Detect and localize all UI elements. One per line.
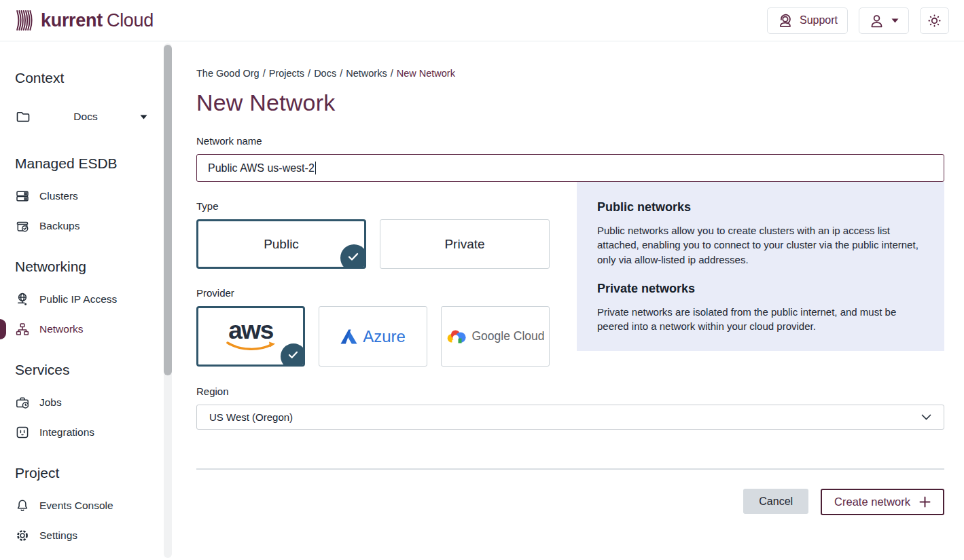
gear-icon [15,528,30,543]
breadcrumb-separator: / [263,68,266,79]
type-option-private[interactable]: Private [380,219,550,269]
sidebar-scrollbar-track[interactable] [164,43,172,558]
azure-triangle-icon [340,329,357,344]
text-cursor [315,162,317,174]
app-window: kurrentCloud Support [0,0,964,560]
footer-actions: Cancel Create network [196,489,944,515]
bell-icon [15,498,30,513]
info-public-body: Public networks allow you to create clus… [597,223,924,267]
sidebar-item-backups[interactable]: Backups [0,218,175,234]
plus-icon [919,496,931,508]
network-name-input[interactable]: Public AWS us-west-2 [196,154,944,182]
sidebar: Context Docs Managed ESDB [0,41,175,560]
globe-network-icon [15,292,30,307]
cancel-button[interactable]: Cancel [743,489,808,514]
breadcrumb-separator: / [391,68,393,79]
google-cloud-logo: Google Cloud [446,329,544,343]
breadcrumb-separator: / [340,68,342,79]
clusters-icon [15,189,30,204]
support-button[interactable]: Support [767,7,848,34]
logo-text: kurrentCloud [41,10,154,31]
provider-option-google-cloud[interactable]: Google Cloud [441,306,550,367]
region-selected-value: US West (Oregon) [209,411,293,423]
theme-toggle-button[interactable] [920,7,949,34]
create-network-label: Create network [834,496,910,508]
selected-checkmark-icon [340,244,366,269]
region-label: Region [196,386,944,397]
google-cloud-icon [446,329,467,343]
sidebar-item-label: Networks [39,323,84,335]
active-item-indicator [0,319,6,339]
sidebar-scrollbar-thumb[interactable] [164,45,172,375]
briefcase-clock-icon [15,395,30,410]
breadcrumb-current: New Network [397,68,455,79]
support-label: Support [800,14,838,26]
chevron-down-icon [921,414,931,420]
sidebar-heading-services: Services [0,362,175,378]
sidebar-item-events-console[interactable]: Events Console [0,498,175,514]
aws-logo-text: aws [228,320,272,341]
sidebar-item-label: Public IP Access [39,293,117,305]
sitemap-icon [15,322,30,337]
power-outlet-icon [15,425,30,440]
backup-box-check-icon [15,219,30,234]
logo-waves-icon [15,8,35,33]
support-agent-icon [777,13,793,29]
breadcrumb-link-docs[interactable]: Docs [314,68,336,79]
caret-down-icon [140,115,147,119]
sidebar-item-networks[interactable]: Networks [0,321,175,337]
breadcrumb-link-org[interactable]: The Good Org [196,68,260,79]
sidebar-item-jobs[interactable]: Jobs [0,394,175,411]
sun-icon [927,13,942,29]
info-private-body: Private networks are isolated from the p… [597,305,924,334]
sidebar-heading-networking: Networking [0,259,175,275]
google-cloud-logo-text: Google Cloud [471,329,544,343]
breadcrumb-link-projects[interactable]: Projects [269,68,304,79]
breadcrumb: The Good Org/Projects/Docs/Networks/New … [196,68,944,79]
type-label: Type [196,200,550,212]
provider-label: Provider [196,287,550,299]
sidebar-item-settings[interactable]: Settings [0,527,175,544]
user-icon [869,13,885,29]
folder-icon [15,109,31,125]
azure-logo: Azure [340,327,406,346]
chevron-down-icon [891,18,899,23]
sidebar-item-label: Jobs [39,396,62,409]
create-network-button[interactable]: Create network [821,489,944,515]
sidebar-item-integrations[interactable]: Integrations [0,424,175,441]
sidebar-item-label: Clusters [39,190,78,202]
region-select[interactable]: US West (Oregon) [196,405,944,430]
type-option-public[interactable]: Public [196,219,366,269]
sidebar-heading-managed-esdb: Managed ESDB [0,155,175,172]
topbar: kurrentCloud Support [0,0,964,41]
sidebar-item-label: Events Console [39,500,113,512]
provider-option-azure[interactable]: Azure [319,306,427,367]
logo-word: kurrent [41,10,103,31]
sidebar-item-label: Backups [39,220,79,232]
network-types-info-panel: Public networks Public networks allow yo… [577,182,944,351]
sidebar-heading-project: Project [0,465,175,481]
page-title: New Network [196,90,944,116]
aws-logo: aws [224,320,277,352]
network-name-label: Network name [196,135,944,147]
kurrent-cloud-logo[interactable]: kurrentCloud [15,8,154,33]
footer-divider [196,468,944,470]
network-name-value: Public AWS us-west-2 [208,162,315,174]
context-selector[interactable]: Docs [15,102,147,131]
selected-checkmark-icon [281,343,305,367]
sidebar-item-public-ip-access[interactable]: Public IP Access [0,291,175,307]
sidebar-heading-context: Context [0,70,175,86]
sidebar-item-clusters[interactable]: Clusters [0,188,175,204]
breadcrumb-link-networks[interactable]: Networks [346,68,387,79]
user-menu-button[interactable] [859,7,909,34]
type-option-label: Private [444,237,484,252]
breadcrumb-separator: / [308,68,310,79]
azure-logo-text: Azure [363,327,406,346]
info-public-heading: Public networks [597,200,924,214]
type-option-label: Public [264,237,299,252]
provider-option-aws[interactable]: aws [196,306,305,367]
sidebar-item-label: Integrations [39,426,94,438]
info-private-heading: Private networks [597,282,924,296]
logo-suffix: Cloud [107,10,154,31]
context-selector-value: Docs [31,111,140,123]
